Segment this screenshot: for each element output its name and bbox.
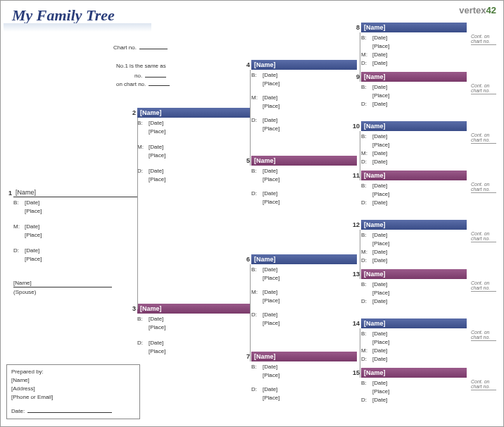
- entry-9-name[interactable]: [Name]: [361, 72, 467, 82]
- entry-4-num: 4: [241, 61, 250, 68]
- entry-3-name[interactable]: [Name]: [137, 304, 250, 314]
- entry-12-name[interactable]: [Name]: [361, 220, 467, 230]
- cont-11: Cont. on chart no.: [471, 182, 496, 193]
- cont-8: Cont. on chart no.: [471, 34, 496, 45]
- chart-no-label: Chart no.: [113, 43, 168, 51]
- entry-8-name[interactable]: [Name]: [361, 23, 467, 32]
- entry-13-num: 13: [351, 271, 360, 278]
- entry-3: [Name] B:[Date] [Place] D:[Date] [Place]: [137, 304, 250, 356]
- entry-11-name[interactable]: [Name]: [361, 171, 467, 180]
- entry-15-name[interactable]: [Name]: [361, 368, 467, 378]
- entry-12: [Name] B:[Date] [Place] M:[Date] D:[Date…: [361, 220, 467, 265]
- cont-14: Cont. on chart no.: [471, 330, 496, 341]
- conn-2a: [250, 70, 251, 166]
- spouse-block: [Name] (Spouse): [13, 280, 112, 295]
- entry-11-num: 11: [351, 172, 360, 179]
- entry-5-name[interactable]: [Name]: [251, 156, 357, 166]
- entry-9-num: 9: [351, 73, 360, 80]
- conn-1: [137, 118, 138, 309]
- entry-1-num: 1: [4, 190, 12, 197]
- entry-13-name[interactable]: [Name]: [361, 269, 467, 279]
- no1-same-text: No.1 is the same as: [116, 63, 166, 69]
- entry-7: [Name] B:[Date] [Place] D:[Date] [Place]: [251, 352, 357, 402]
- entry-6: [Name] B:[Date] [Place] M:[Date] [Place]…: [251, 254, 357, 328]
- footer-box: Prepared by: [Name] [Address] [Phone or …: [6, 364, 140, 419]
- conn-4: [360, 32, 360, 82]
- entry-2: [Name] B:[Date] [Place] M:[Date] [Place]…: [137, 108, 250, 184]
- entry-15: [Name] B:[Date] [Place] D:[Date]: [361, 368, 467, 404]
- entry-2-name[interactable]: [Name]: [137, 108, 250, 118]
- entry-6-num: 6: [241, 256, 250, 263]
- entry-5-num: 5: [241, 157, 250, 164]
- entry-10-name[interactable]: [Name]: [361, 121, 467, 131]
- entry-1-name[interactable]: [Name]: [13, 188, 137, 197]
- entry-13: [Name] B:[Date] [Place] D:[Date]: [361, 269, 467, 306]
- cont-12: Cont. on chart no.: [471, 231, 496, 242]
- entry-14: [Name] B:[Date] [Place] M:[Date] D:[Date…: [361, 318, 467, 364]
- conn-7: [360, 328, 360, 378]
- entry-7-name[interactable]: [Name]: [251, 352, 357, 361]
- cont-15: Cont. on chart no.: [471, 379, 496, 390]
- entry-10: [Name] B:[Date] [Place] M:[Date] D:[Date…: [361, 121, 467, 166]
- entry-8: [Name] B:[Date] [Place] M:[Date] D:[Date…: [361, 23, 467, 68]
- cont-13: Cont. on chart no.: [471, 280, 496, 292]
- entry-11: [Name] B:[Date] [Place] D:[Date]: [361, 171, 467, 207]
- entry-9: [Name] B:[Date] [Place] D:[Date]: [361, 72, 467, 109]
- entry-15-num: 15: [351, 369, 360, 376]
- logo: vertex42: [459, 5, 496, 16]
- header-gradient: [4, 23, 151, 32]
- onchart-label: on chart no.: [116, 80, 170, 87]
- conn-5: [360, 131, 360, 180]
- entry-14-num: 14: [351, 320, 360, 327]
- entry-1: [Name] B:[Date] [Place] M:[Date] [Place]…: [13, 188, 137, 264]
- entry-14-name[interactable]: [Name]: [361, 318, 467, 328]
- conn-2b: [250, 264, 251, 361]
- entry-5: [Name] B:[Date] [Place] D:[Date] [Place]: [251, 156, 357, 206]
- cont-9: Cont. on chart no.: [471, 83, 496, 94]
- entry-12-num: 12: [351, 221, 360, 228]
- entry-7-num: 7: [241, 353, 250, 360]
- entry-10-num: 10: [351, 123, 360, 130]
- entry-6-name[interactable]: [Name]: [251, 254, 357, 264]
- entry-2-num: 2: [127, 109, 136, 116]
- entry-3-num: 3: [127, 305, 136, 312]
- entry-4: [Name] B:[Date] [Place] M:[Date] [Place]…: [251, 60, 357, 133]
- entry-8-num: 8: [351, 24, 360, 31]
- entry-4-name[interactable]: [Name]: [251, 60, 357, 70]
- no-label: no.: [134, 71, 166, 79]
- conn-6: [360, 230, 360, 279]
- cont-10: Cont. on chart no.: [471, 132, 496, 144]
- page-title: My Family Tree: [12, 6, 115, 25]
